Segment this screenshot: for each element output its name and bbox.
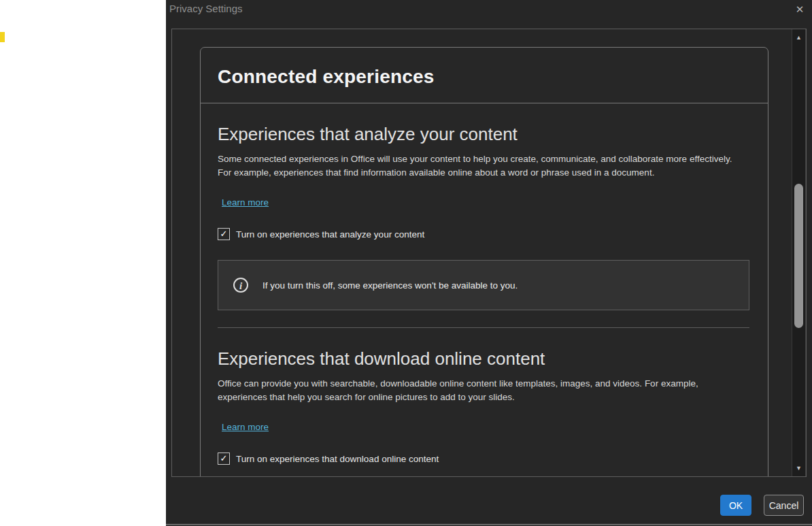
checkbox-label-download: Turn on experiences that download online… (236, 454, 439, 464)
learn-more-link-analyze[interactable]: Learn more (222, 197, 269, 208)
checkbox-row-analyze[interactable]: ✓ Turn on experiences that analyze your … (218, 228, 749, 240)
privacy-settings-dialog: Privacy Settings ✕ Connected experiences… (166, 0, 812, 526)
close-icon[interactable]: ✕ (791, 1, 809, 18)
checkbox-download[interactable]: ✓ (218, 453, 230, 465)
dialog-scroll-region: Connected experiences Experiences that a… (171, 29, 807, 477)
card-title: Connected experiences (218, 66, 435, 87)
section-download-heading: Experiences that download online content (218, 348, 749, 369)
info-box: i If you turn this off, some experiences… (218, 260, 749, 310)
card-header: Connected experiences (201, 48, 768, 103)
section-analyze-heading: Experiences that analyze your content (218, 124, 749, 145)
info-message: If you turn this off, some experiences w… (263, 280, 518, 291)
dialog-title: Privacy Settings (169, 3, 243, 14)
scrollbar-thumb[interactable] (794, 184, 803, 328)
section-download-description: Office can provide you with searchable, … (218, 377, 747, 404)
yellow-marker (0, 32, 5, 42)
checkbox-label-analyze: Turn on experiences that analyze your co… (236, 229, 424, 240)
cancel-button[interactable]: Cancel (764, 495, 804, 516)
scroll-down-icon[interactable]: ▼ (792, 463, 805, 473)
learn-more-link-download[interactable]: Learn more (222, 422, 269, 432)
checkbox-row-download[interactable]: ✓ Turn on experiences that download onli… (218, 453, 749, 465)
vertical-scrollbar[interactable]: ▲ ▼ (792, 29, 806, 476)
left-white-panel (0, 0, 166, 526)
scroll-up-icon[interactable]: ▲ (792, 33, 805, 42)
connected-experiences-card: Connected experiences Experiences that a… (200, 47, 768, 477)
section-analyze-description: Some connected experiences in Office wil… (218, 152, 747, 179)
section-divider (218, 327, 749, 328)
card-body: Experiences that analyze your content So… (201, 124, 768, 465)
info-icon: i (233, 278, 248, 293)
checkbox-analyze[interactable]: ✓ (218, 228, 230, 240)
dialog-titlebar: Privacy Settings ✕ (166, 0, 812, 19)
ok-button[interactable]: OK (720, 495, 751, 516)
